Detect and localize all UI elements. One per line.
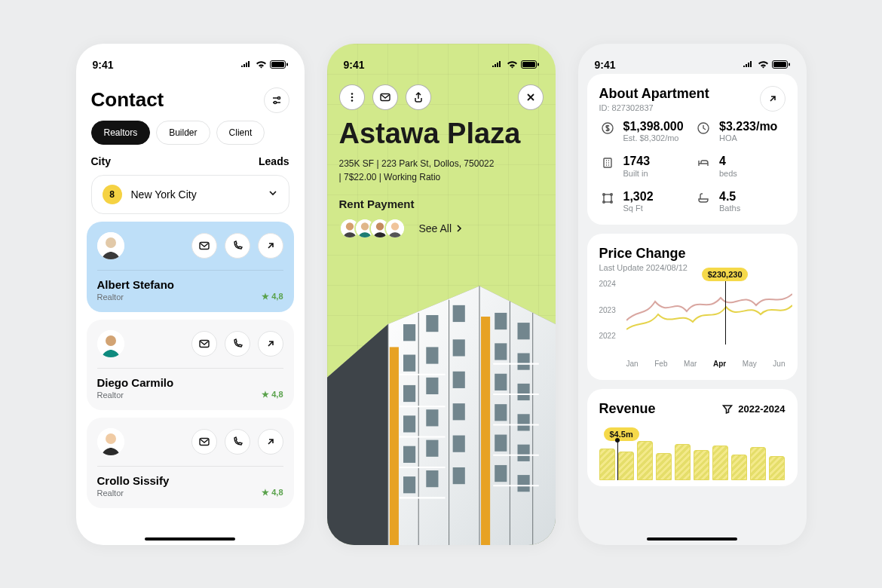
svg-point-26 (375, 222, 383, 230)
details-screen: 9:41 About Apartment ID: 827302837 $1,39… (578, 44, 807, 545)
chip-builder[interactable]: Builder (156, 121, 210, 145)
contact-list: Albert Stefano Realtor 4,8 D (76, 222, 305, 508)
mail-button[interactable] (191, 331, 217, 357)
avatar (97, 330, 124, 357)
chevron-down-icon (268, 188, 278, 201)
more-button[interactable] (339, 84, 365, 110)
contacts-screen: 9:41 Contact Realtors Builder Client Cit… (76, 44, 305, 545)
city-selector[interactable]: 8 New York City (91, 175, 289, 214)
bed-icon (695, 155, 712, 171)
svg-marker-31 (327, 324, 388, 545)
svg-rect-54 (517, 383, 529, 400)
fact-value: 4.5 (719, 190, 740, 204)
chip-client[interactable]: Client (216, 121, 265, 145)
svg-rect-52 (452, 371, 464, 387)
svg-rect-2 (286, 63, 288, 66)
svg-rect-61 (426, 439, 438, 456)
revenue-bar (731, 455, 747, 480)
x-label: Jun (773, 360, 785, 368)
phone-icon (231, 338, 243, 350)
city-count-badge: 8 (103, 185, 122, 204)
mail-button[interactable] (191, 233, 217, 259)
see-all-link[interactable]: See All (419, 222, 464, 234)
fact-item: $3.233/mo HOA (695, 120, 786, 143)
share-button[interactable] (406, 84, 431, 110)
tenant-avatars (339, 218, 406, 239)
fact-label: HOA (719, 133, 777, 142)
svg-rect-44 (517, 323, 529, 339)
contact-role: Realtor (97, 488, 170, 498)
svg-rect-59 (517, 414, 529, 430)
call-button[interactable] (225, 429, 250, 455)
status-time: 9:41 (595, 59, 616, 71)
call-button[interactable] (225, 331, 250, 357)
svg-rect-48 (495, 343, 507, 360)
close-icon (525, 91, 537, 103)
status-icons (743, 60, 790, 69)
price-subtitle: Last Update 2024/08/12 (599, 263, 786, 272)
revenue-bar (712, 446, 728, 480)
mail-button[interactable] (191, 429, 217, 455)
rating-badge: 4,8 (262, 390, 283, 400)
revenue-bar (637, 441, 653, 480)
revenue-bar (750, 447, 766, 480)
revenue-bar (694, 450, 709, 480)
svg-rect-1 (271, 62, 284, 67)
svg-rect-63 (495, 434, 507, 451)
svg-rect-46 (426, 347, 438, 363)
open-button[interactable] (760, 86, 786, 112)
revenue-card: Revenue 2022-2024 $4.5m (587, 389, 798, 486)
revenue-filter[interactable]: 2022-2024 (721, 403, 785, 415)
status-bar: 9:41 (578, 44, 807, 74)
building-illustration (327, 274, 556, 545)
status-time: 9:41 (93, 59, 114, 71)
arrow-up-right-icon (265, 240, 277, 252)
svg-point-24 (360, 222, 368, 230)
svg-rect-53 (495, 373, 507, 390)
phone-icon (231, 436, 243, 448)
about-id: ID: 827302837 (599, 103, 709, 112)
clock-icon (695, 120, 712, 136)
close-button[interactable] (518, 84, 544, 110)
open-button[interactable] (258, 233, 283, 259)
svg-rect-58 (495, 404, 507, 421)
fact-item: $1,398.000 Est. $8,302/mo (599, 120, 690, 143)
rating-badge: 4,8 (262, 292, 283, 302)
contact-card[interactable]: Crollo Sissify Realtor 4,8 (87, 418, 294, 508)
property-title: Astawa Plaza (339, 119, 544, 149)
contact-name: Diego Carmilo (97, 376, 174, 389)
contact-name: Crollo Sissify (97, 474, 170, 487)
call-button[interactable] (225, 233, 250, 259)
col-leads: Leads (259, 155, 289, 167)
svg-rect-16 (537, 63, 539, 66)
home-indicator (647, 537, 737, 541)
svg-rect-15 (522, 62, 535, 67)
svg-rect-50 (403, 384, 415, 401)
fact-label: Est. $8,302/mo (623, 133, 684, 142)
contact-card[interactable]: Diego Carmilo Realtor 4,8 (87, 320, 294, 410)
svg-rect-60 (403, 446, 415, 462)
contact-card[interactable]: Albert Stefano Realtor 4,8 (87, 222, 294, 312)
x-label: Jan (626, 360, 639, 368)
filter-button[interactable] (264, 87, 289, 113)
svg-rect-71 (773, 62, 786, 67)
mail-icon (198, 240, 210, 252)
svg-point-12 (106, 433, 116, 444)
svg-rect-75 (604, 158, 611, 167)
chip-realtors[interactable]: Realtors (91, 121, 151, 145)
col-city: City (91, 155, 111, 167)
dollar-icon (599, 120, 616, 136)
open-button[interactable] (258, 429, 283, 455)
mail-button[interactable] (372, 84, 398, 110)
open-button[interactable] (258, 331, 283, 357)
bath-icon (695, 190, 712, 207)
y-label: 2024 (599, 280, 616, 288)
price-title: Price Change (599, 246, 786, 262)
revenue-bar (656, 453, 672, 480)
about-title: About Apartment (599, 86, 709, 102)
x-label: Feb (654, 360, 667, 368)
svg-rect-43 (495, 312, 507, 329)
svg-marker-29 (327, 286, 556, 544)
fact-item: 4 beds (695, 155, 786, 178)
revenue-chart: $4.5m (599, 427, 786, 480)
